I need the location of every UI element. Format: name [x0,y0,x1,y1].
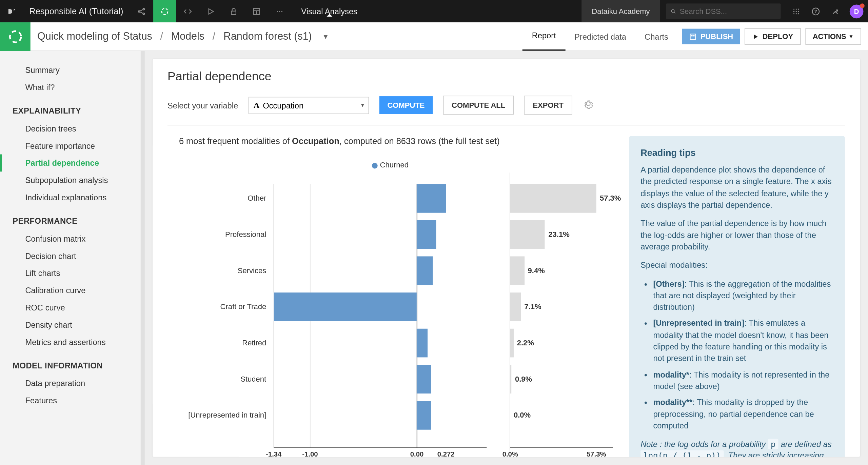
crumb-1[interactable]: Quick modeling of Status [37,31,152,43]
actions-button[interactable]: ACTIONS ▼ [805,28,861,45]
sidebar-item-density-chart[interactable]: Density chart [0,316,144,333]
play-icon[interactable] [199,0,222,22]
sidebar-item-confusion-matrix[interactable]: Confusion matrix [0,230,144,247]
analysis-logo-icon[interactable] [0,22,31,51]
svg-rect-30 [691,35,693,36]
crumb-2[interactable]: Models [171,31,204,43]
pd-bar [417,220,436,249]
svg-point-1 [143,8,144,10]
compute-all-button[interactable]: COMPUTE ALL [443,96,514,115]
code-icon[interactable] [176,0,199,22]
dashboard-icon[interactable] [245,0,268,22]
page-title: Partial dependence [167,69,845,83]
dist-pct-label: 2.2% [517,339,534,347]
share-icon[interactable] [130,0,153,22]
deploy-button[interactable]: DEPLOY [745,28,801,45]
dist-bar [510,365,512,394]
visual-analyses-tab[interactable]: Visual Analyses [291,6,368,16]
pd-bar [417,401,431,430]
sidebar-item-partial-dependence[interactable]: Partial dependence [0,154,144,171]
svg-rect-31 [693,35,695,36]
search-box[interactable] [666,3,781,19]
chart-column: 6 most frequent modalities of Occupation… [167,136,613,457]
sidebar-item-calibration-curve[interactable]: Calibration curve [0,282,144,299]
x-tick: -1.00 [302,450,318,457]
sidebar-item-decision-chart[interactable]: Decision chart [0,247,144,265]
more-icon[interactable] [268,0,291,22]
x-tick: 0.0% [502,450,518,457]
svg-point-28 [9,31,21,42]
svg-line-3 [140,9,143,11]
sidebar-item-summary[interactable]: Summary [0,61,144,79]
tab-charts[interactable]: Charts [635,22,677,51]
svg-point-14 [671,9,674,12]
tips-bullet: [Unrepresented in train]: This emulates … [653,318,834,364]
dist-bar [510,220,545,249]
svg-point-20 [796,11,797,12]
tips-bullet: [Others]: This is the aggregation of the… [653,278,834,313]
avatar[interactable]: D [850,4,864,18]
sidebar-item-individual-explanations[interactable]: Individual explanations [0,189,144,206]
svg-point-16 [793,8,794,9]
svg-rect-7 [231,11,236,14]
chart-legend: Churned [167,161,613,169]
variable-select[interactable]: A Occupation [249,97,369,114]
dist-bar [510,184,596,213]
sidebar-item-feature-importance[interactable]: Feature importance [0,137,144,155]
partial-dependence-chart: -1.34-1.000.000.272OtherProfessionalServ… [167,173,613,457]
chart-caption: 6 most frequent modalities of Occupation… [167,136,613,146]
sidebar-item-subpopulation-analysis[interactable]: Subpopulation analysis [0,171,144,189]
gear-icon[interactable] [583,98,594,113]
arrow-icon[interactable] [826,0,845,22]
sidebar-item-decision-trees[interactable]: Decision trees [0,120,144,137]
chevron-down-icon: ▼ [849,34,854,39]
sidebar-item-metrics-and-assertions[interactable]: Metrics and assertions [0,333,144,351]
x-axis [510,448,613,448]
bar-label: Student [173,375,271,383]
tab-predicted-data[interactable]: Predicted data [565,22,635,51]
svg-point-21 [798,11,799,12]
svg-point-12 [279,11,280,12]
sidebar-section-heading: PERFORMANCE [0,206,144,230]
tips-note: Note : the log-odds for a probability p … [640,439,833,457]
svg-point-11 [277,11,278,12]
dist-pct-label: 0.0% [514,411,531,419]
breadcrumb: Quick modeling of Status / Models / Rand… [31,31,329,43]
svg-point-23 [796,13,797,14]
play-icon [752,33,759,40]
bar-label: Professional [173,230,271,239]
pd-bar [417,365,431,394]
project-name[interactable]: Responsible AI (Tutorial) [22,6,130,16]
dist-bar [510,257,525,285]
tab-report[interactable]: Report [523,22,565,51]
chevron-down-icon[interactable]: ▼ [322,33,329,41]
x-tick: -1.34 [266,450,281,457]
export-button[interactable]: EXPORT [524,96,572,115]
sidebar-item-data-preparation[interactable]: Data preparation [0,375,144,392]
svg-point-2 [143,13,144,15]
lock-icon[interactable] [222,0,245,22]
search-input[interactable] [680,7,776,15]
publish-icon [689,33,697,41]
bar-label: Craft or Trade [173,302,271,311]
sidebar-item-what-if-[interactable]: What if? [0,79,144,96]
sidebar-section-heading: MODEL INFORMATION [0,350,144,375]
sidebar-item-features[interactable]: Features [0,392,144,409]
bar-label: Other [173,194,271,202]
help-icon[interactable]: ? [806,0,826,22]
apps-icon[interactable] [787,0,806,22]
crumb-3[interactable]: Random forest (s1) [223,31,312,43]
main-content: Partial dependence Select your variable … [145,51,868,465]
sidebar-item-roc-curve[interactable]: ROC curve [0,299,144,316]
compute-button[interactable]: COMPUTE [379,96,433,114]
select-variable-label: Select your variable [167,101,238,110]
academy-link[interactable]: Dataiku Academy [581,0,660,22]
tips-bullet: modality*: This modality is not represen… [653,369,834,392]
sidebar-item-lift-charts[interactable]: Lift charts [0,265,144,282]
svg-point-5 [161,8,167,14]
publish-button[interactable]: PUBLISH [682,29,740,44]
dataiku-logo-icon[interactable] [0,0,22,22]
flow-icon[interactable] [153,0,176,22]
dist-pct-label: 23.1% [549,230,570,239]
svg-line-4 [140,12,143,13]
